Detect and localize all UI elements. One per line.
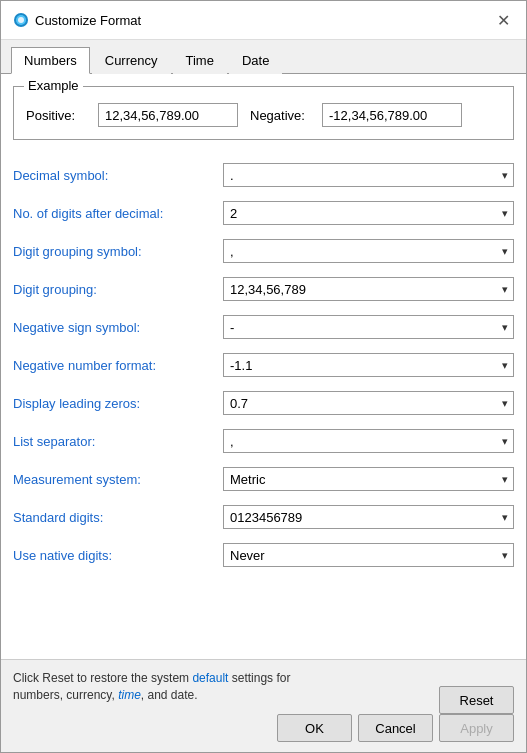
negative-number-format-label: Negative number format: [13, 358, 223, 373]
ok-button[interactable]: OK [277, 714, 352, 742]
reset-info-default-link: default [192, 671, 228, 685]
negative-number-format-select[interactable]: -1.1 - 1.1 (1.1) [223, 353, 514, 377]
row-list-separator: List separator: , ; [13, 422, 514, 460]
digit-grouping-select[interactable]: 12,34,56,789 123,456,789 None [223, 277, 514, 301]
example-group-label: Example [24, 78, 83, 93]
list-separator-wrapper: , ; [223, 429, 514, 453]
digits-after-decimal-wrapper: 0123 [223, 201, 514, 225]
reset-info-text1: Click Reset to restore the system [13, 671, 192, 685]
digits-after-decimal-select[interactable]: 0123 [223, 201, 514, 225]
button-row: OK Cancel Apply [13, 714, 514, 742]
negative-number-format-wrapper: -1.1 - 1.1 (1.1) [223, 353, 514, 377]
reset-button[interactable]: Reset [439, 686, 514, 714]
row-negative-number-format: Negative number format: -1.1 - 1.1 (1.1) [13, 346, 514, 384]
bottom-bar: Click Reset to restore the system defaul… [1, 659, 526, 752]
app-icon [13, 12, 29, 28]
positive-value: 12,34,56,789.00 [98, 103, 238, 127]
tab-bar: Numbers Currency Time Date [1, 40, 526, 74]
list-separator-label: List separator: [13, 434, 223, 449]
negative-value: -12,34,56,789.00 [322, 103, 462, 127]
digit-grouping-symbol-wrapper: , . None [223, 239, 514, 263]
digit-grouping-wrapper: 12,34,56,789 123,456,789 None [223, 277, 514, 301]
form-rows: Decimal symbol: . , No. of digits after … [13, 156, 514, 574]
digit-grouping-label: Digit grouping: [13, 282, 223, 297]
reset-info: Click Reset to restore the system defaul… [13, 670, 290, 704]
negative-sign-symbol-select[interactable]: - – [223, 315, 514, 339]
apply-button[interactable]: Apply [439, 714, 514, 742]
row-measurement-system: Measurement system: Metric U.S. U.K. [13, 460, 514, 498]
decimal-symbol-wrapper: . , [223, 163, 514, 187]
close-button[interactable]: ✕ [492, 9, 514, 31]
title-bar-left: Customize Format [13, 12, 141, 28]
row-use-native-digits: Use native digits: Never Always National [13, 536, 514, 574]
digit-grouping-symbol-select[interactable]: , . None [223, 239, 514, 263]
svg-point-2 [18, 17, 24, 23]
main-content: Example Positive: 12,34,56,789.00 Negati… [1, 74, 526, 659]
reset-info-time-link: time [118, 688, 141, 702]
row-standard-digits: Standard digits: 0123456789 [13, 498, 514, 536]
display-leading-zeros-select[interactable]: 0.7 .7 [223, 391, 514, 415]
measurement-system-label: Measurement system: [13, 472, 223, 487]
dialog: Customize Format ✕ Numbers Currency Time… [0, 0, 527, 753]
reset-row: Click Reset to restore the system defaul… [13, 670, 514, 714]
measurement-system-wrapper: Metric U.S. U.K. [223, 467, 514, 491]
tab-time[interactable]: Time [173, 47, 227, 74]
tab-date[interactable]: Date [229, 47, 282, 74]
use-native-digits-wrapper: Never Always National [223, 543, 514, 567]
example-row: Positive: 12,34,56,789.00 Negative: -12,… [26, 103, 501, 127]
row-negative-sign-symbol: Negative sign symbol: - – [13, 308, 514, 346]
decimal-symbol-select[interactable]: . , [223, 163, 514, 187]
digits-after-decimal-label: No. of digits after decimal: [13, 206, 223, 221]
display-leading-zeros-wrapper: 0.7 .7 [223, 391, 514, 415]
list-separator-select[interactable]: , ; [223, 429, 514, 453]
row-display-leading-zeros: Display leading zeros: 0.7 .7 [13, 384, 514, 422]
negative-sign-symbol-wrapper: - – [223, 315, 514, 339]
standard-digits-select[interactable]: 0123456789 [223, 505, 514, 529]
display-leading-zeros-label: Display leading zeros: [13, 396, 223, 411]
row-digit-grouping: Digit grouping: 12,34,56,789 123,456,789… [13, 270, 514, 308]
row-digits-after-decimal: No. of digits after decimal: 0123 [13, 194, 514, 232]
tab-currency[interactable]: Currency [92, 47, 171, 74]
standard-digits-wrapper: 0123456789 [223, 505, 514, 529]
negative-label: Negative: [250, 108, 310, 123]
use-native-digits-select[interactable]: Never Always National [223, 543, 514, 567]
dialog-title: Customize Format [35, 13, 141, 28]
cancel-button[interactable]: Cancel [358, 714, 433, 742]
title-bar: Customize Format ✕ [1, 1, 526, 40]
example-group: Example Positive: 12,34,56,789.00 Negati… [13, 86, 514, 140]
digit-grouping-symbol-label: Digit grouping symbol: [13, 244, 223, 259]
tab-numbers[interactable]: Numbers [11, 47, 90, 74]
reset-info-text3: , and date. [141, 688, 198, 702]
row-digit-grouping-symbol: Digit grouping symbol: , . None [13, 232, 514, 270]
standard-digits-label: Standard digits: [13, 510, 223, 525]
decimal-symbol-label: Decimal symbol: [13, 168, 223, 183]
positive-label: Positive: [26, 108, 86, 123]
row-decimal-symbol: Decimal symbol: . , [13, 156, 514, 194]
measurement-system-select[interactable]: Metric U.S. U.K. [223, 467, 514, 491]
negative-sign-symbol-label: Negative sign symbol: [13, 320, 223, 335]
use-native-digits-label: Use native digits: [13, 548, 223, 563]
